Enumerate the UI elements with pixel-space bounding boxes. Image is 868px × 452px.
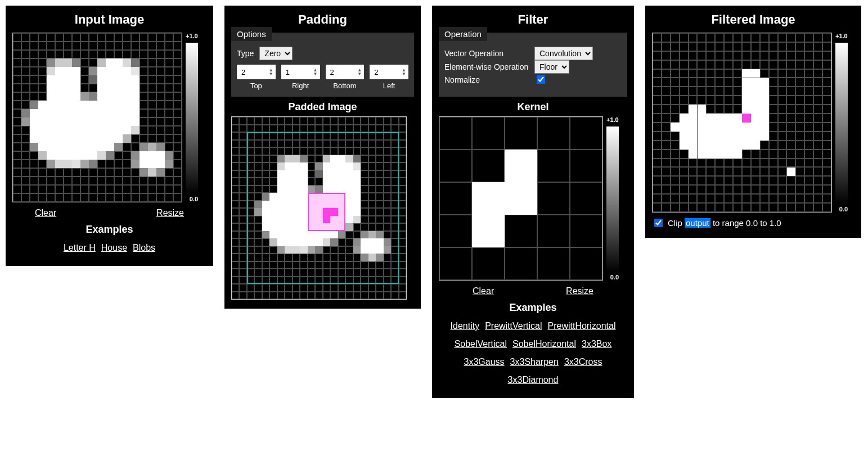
example-link[interactable]: SobelVertical <box>455 335 507 353</box>
pad-right-input[interactable]: 1▲▼ <box>281 65 320 79</box>
filtered-canvas <box>652 33 832 213</box>
kernel-title: Kernel <box>439 101 627 113</box>
example-link[interactable]: Letter H <box>64 239 96 257</box>
vec-op-label: Vector Operation <box>444 49 529 58</box>
filter-examples-title: Examples <box>439 302 627 314</box>
elem-op-select[interactable]: Floor <box>534 60 569 74</box>
example-link[interactable]: PrewittHorizontal <box>548 317 616 335</box>
input-clear[interactable]: Clear <box>35 208 56 218</box>
example-link[interactable]: 3x3Diamond <box>508 371 559 389</box>
elem-op-label: Element-wise Operation <box>444 62 529 71</box>
padded-title: Padded Image <box>231 101 414 113</box>
filter-examples: IdentityPrewittVerticalPrewittHorizontal… <box>439 317 627 389</box>
input-resize[interactable]: Resize <box>156 208 184 218</box>
padding-panel: Padding Options Type Zero 2▲▼Top1▲▼Right… <box>224 6 421 309</box>
example-link[interactable]: 3x3Gauss <box>464 353 505 371</box>
pad-top-input[interactable]: 2▲▼ <box>237 65 276 79</box>
normalize-label: Normalize <box>444 75 529 84</box>
example-link[interactable]: House <box>101 239 127 257</box>
example-link[interactable]: Blobs <box>133 239 155 257</box>
padding-type-select[interactable]: Zero <box>259 47 293 60</box>
padding-title: Padding <box>231 12 414 27</box>
example-link[interactable]: SobelHorizontal <box>512 335 576 353</box>
example-link[interactable]: PrewittVertical <box>485 317 542 335</box>
example-link[interactable]: 3x3Cross <box>564 353 602 371</box>
filter-title: Filter <box>439 12 627 27</box>
filtered-title: Filtered Image <box>652 12 854 27</box>
kernel-scale: +1.0 0.0 <box>606 116 619 281</box>
kernel-canvas[interactable] <box>439 116 603 281</box>
vec-op-select[interactable]: Convolution <box>534 47 593 60</box>
example-link[interactable]: Identity <box>451 317 480 335</box>
padding-type-label: Type <box>237 49 254 58</box>
filter-operation: Operation Vector Operation Convolution E… <box>439 33 627 97</box>
input-canvas[interactable] <box>12 33 182 202</box>
example-link[interactable]: 3x3Box <box>582 335 611 353</box>
pad-left-input[interactable]: 2▲▼ <box>370 65 408 79</box>
example-link[interactable]: 3x3Sharpen <box>510 353 559 371</box>
filtered-scale: +1.0 0.0 <box>835 33 848 213</box>
input-examples-title: Examples <box>12 224 206 236</box>
normalize-checkbox[interactable] <box>537 75 545 84</box>
filter-panel: Filter Operation Vector Operation Convol… <box>432 6 634 398</box>
clip-checkbox[interactable] <box>654 219 663 227</box>
clip-label: Clip output to range 0.0 to 1.0 <box>668 218 781 228</box>
padding-options: Options Type Zero 2▲▼Top1▲▼Right2▲▼Botto… <box>231 33 414 97</box>
input-panel: Input Image +1.0 0.0 Clear Resize Exampl… <box>6 6 213 266</box>
input-examples: Letter HHouseBlobs <box>12 239 206 257</box>
filtered-panel: Filtered Image +1.0 0.0 Clip output to r… <box>645 6 861 238</box>
input-scale: +1.0 0.0 <box>186 33 198 202</box>
input-title: Input Image <box>12 12 206 27</box>
pad-bottom-input[interactable]: 2▲▼ <box>326 65 365 79</box>
kernel-clear[interactable]: Clear <box>473 286 494 296</box>
padded-canvas[interactable] <box>231 116 407 300</box>
kernel-resize[interactable]: Resize <box>566 286 593 296</box>
